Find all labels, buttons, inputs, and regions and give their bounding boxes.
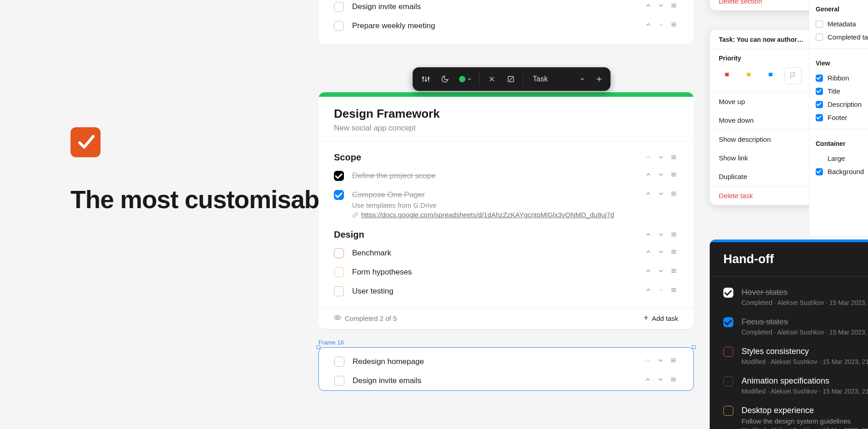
move-down-icon[interactable] xyxy=(657,248,666,256)
selection-handle[interactable] xyxy=(692,345,696,349)
menu-icon[interactable] xyxy=(670,21,678,29)
settings-checkbox[interactable] xyxy=(816,75,823,82)
add-task-button[interactable]: Add task xyxy=(643,314,678,322)
move-down-icon[interactable] xyxy=(657,357,665,365)
task-menu-item[interactable]: Show description xyxy=(710,130,823,149)
move-down-icon[interactable] xyxy=(657,231,666,239)
move-up-icon[interactable] xyxy=(645,21,653,29)
menu-icon[interactable] xyxy=(670,171,678,179)
move-up-icon[interactable] xyxy=(645,267,653,275)
frame-selected[interactable]: Frame 16 Redesign homepage Design invite… xyxy=(318,347,694,391)
priority-flag[interactable] xyxy=(719,67,736,85)
settings-option[interactable]: Description xyxy=(816,98,868,111)
task-row: Redesign homepage xyxy=(334,352,678,371)
handoff-task-note: Follow the design system guidelines xyxy=(742,417,868,425)
task-checkbox[interactable] xyxy=(334,190,344,200)
settings-option[interactable]: Ribbon xyxy=(816,71,868,85)
task-text: Design invite emails xyxy=(353,376,421,385)
section-menu-popover: Delete section xyxy=(710,0,823,10)
add-task-label: Add task xyxy=(652,314,678,322)
task-menu-item[interactable]: Show link xyxy=(710,149,823,167)
task-checkbox[interactable] xyxy=(334,357,344,367)
task-type-select[interactable]: Task xyxy=(526,75,591,83)
menu-icon[interactable] xyxy=(670,376,678,384)
move-up-icon[interactable] xyxy=(645,248,653,256)
task-menu-item[interactable]: Duplicate xyxy=(710,167,823,186)
task-checkbox[interactable] xyxy=(723,288,733,298)
task-checkbox[interactable] xyxy=(334,376,344,386)
priority-flag[interactable] xyxy=(741,67,758,85)
moon-icon[interactable] xyxy=(437,71,453,87)
settings-checkbox[interactable] xyxy=(816,34,823,41)
settings-option[interactable]: Footer xyxy=(816,111,868,124)
task-text: Form hypotheses xyxy=(352,267,412,277)
move-up-icon[interactable] xyxy=(645,190,653,198)
settings-checkbox[interactable] xyxy=(816,20,823,28)
task-text: Define the project scope xyxy=(352,171,435,180)
delete-section-item[interactable]: Delete section xyxy=(710,0,823,10)
task-menu-item[interactable]: Move up xyxy=(710,92,823,111)
settings-checkbox[interactable] xyxy=(816,168,823,175)
task-checkbox[interactable] xyxy=(334,21,344,31)
task-text: Prepare weekly meeting xyxy=(352,21,435,30)
settings-checkbox[interactable] xyxy=(816,114,823,121)
menu-icon[interactable] xyxy=(670,267,678,275)
color-picker[interactable] xyxy=(456,71,474,87)
cross-tool-icon[interactable] xyxy=(484,71,500,87)
move-up-icon[interactable] xyxy=(644,376,652,384)
move-up-icon[interactable] xyxy=(645,171,653,179)
move-down-icon[interactable] xyxy=(657,154,666,162)
handoff-title: Hand-off xyxy=(710,242,868,276)
task-checkbox[interactable] xyxy=(723,317,733,327)
sliders-icon[interactable] xyxy=(418,71,434,87)
delete-task-item[interactable]: Delete task xyxy=(710,186,823,205)
task-checkbox[interactable] xyxy=(334,286,344,296)
move-down-icon[interactable] xyxy=(657,2,666,10)
task-checkbox[interactable] xyxy=(334,2,344,12)
task-checkbox[interactable] xyxy=(723,406,733,416)
task-checkbox[interactable] xyxy=(334,267,344,277)
settings-group-label: Container xyxy=(816,134,868,152)
menu-icon[interactable] xyxy=(670,248,678,256)
settings-option[interactable]: Title xyxy=(816,85,868,98)
task-type-label: Task xyxy=(533,75,548,83)
move-up-icon[interactable] xyxy=(645,2,653,10)
chevron-down-icon xyxy=(580,76,585,82)
move-down-icon[interactable] xyxy=(657,267,666,275)
settings-checkbox[interactable] xyxy=(816,88,823,95)
menu-icon[interactable] xyxy=(670,231,678,239)
priority-flag[interactable] xyxy=(762,67,780,85)
menu-icon[interactable] xyxy=(670,286,678,294)
eye-icon xyxy=(334,314,341,323)
card-subtitle: New social app concept xyxy=(334,124,678,133)
settings-option[interactable]: Metadata xyxy=(816,17,868,30)
task-checkbox[interactable] xyxy=(334,248,344,258)
move-up-icon[interactable] xyxy=(645,286,653,294)
handoff-task-text: Animation specifications xyxy=(742,376,868,386)
settings-option[interactable]: Completed tasks xyxy=(816,30,868,44)
task-checkbox[interactable] xyxy=(723,347,733,357)
task-checkbox[interactable] xyxy=(334,171,344,181)
task-link[interactable]: https://docs.google.com/spreadsheets/d/1… xyxy=(352,211,614,219)
task-checkbox[interactable] xyxy=(723,376,733,386)
task-menu-item[interactable]: Move down xyxy=(710,111,823,130)
settings-option-label: Footer xyxy=(828,114,847,121)
settings-option[interactable]: Large xyxy=(816,152,868,165)
menu-icon[interactable] xyxy=(670,2,678,10)
settings-option[interactable]: Background xyxy=(816,165,868,178)
toolbar-add-button[interactable] xyxy=(591,75,607,83)
move-down-icon[interactable] xyxy=(657,376,665,384)
move-down-icon[interactable] xyxy=(657,171,666,179)
task-text: Design invite emails xyxy=(352,2,421,11)
handoff-task-text: Focus states xyxy=(742,317,868,327)
priority-flag[interactable] xyxy=(784,67,802,85)
menu-icon[interactable] xyxy=(670,357,678,365)
move-down-icon[interactable] xyxy=(657,190,666,198)
menu-icon[interactable] xyxy=(670,154,678,162)
menu-icon[interactable] xyxy=(670,190,678,198)
slash-box-icon[interactable] xyxy=(503,71,519,87)
move-up-icon[interactable] xyxy=(645,231,653,239)
settings-checkbox[interactable] xyxy=(816,101,823,108)
task-row: Define the project scope xyxy=(334,166,678,185)
handoff-task-meta: Modified · Aleksei Sushkov · 15 Mar 2023… xyxy=(742,358,868,365)
